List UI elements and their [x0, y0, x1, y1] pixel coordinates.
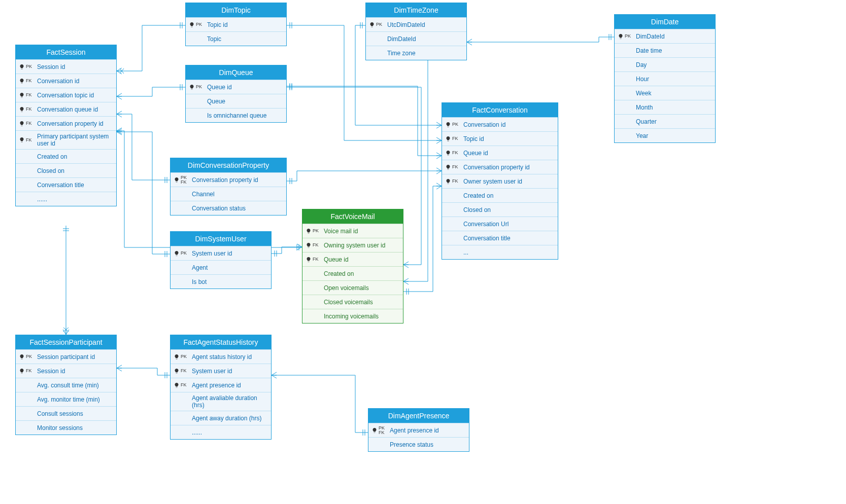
field-row: FKConversation property id — [442, 160, 558, 174]
connector-end-one — [363, 429, 365, 436]
connector-end-crowX — [63, 328, 69, 335]
field-row: Agent avaliable duration (hrs) — [171, 392, 271, 411]
key-icon — [19, 78, 25, 84]
connector — [467, 37, 614, 42]
svg-line-78 — [297, 244, 302, 247]
entity-header: DimQueue — [186, 65, 286, 80]
field-row: Conversation Url — [442, 217, 558, 231]
field-row: Topic — [186, 31, 286, 46]
key-col: FK — [303, 242, 321, 248]
field-row: PKQueue id — [186, 80, 286, 94]
key-type-label: FK — [26, 138, 32, 142]
key-col: PK — [172, 250, 189, 257]
field-name: Conversation property id — [189, 176, 283, 184]
entity-header: DimDate — [615, 15, 715, 29]
svg-line-7 — [120, 68, 124, 74]
field-name: Conversation id — [460, 121, 555, 128]
svg-line-48 — [436, 137, 442, 140]
key-icon — [369, 22, 375, 28]
field-row: Created on — [16, 149, 116, 163]
key-col: FK — [172, 368, 189, 374]
key-type-label: PK — [376, 22, 382, 27]
entity-dimSysUser: DimSystemUserPKSystem user idAgentIs bot — [170, 231, 272, 289]
entity-dimTopic: DimTopicPKTopic idTopic — [185, 3, 287, 46]
field-name: Date time — [633, 47, 712, 54]
svg-line-44 — [63, 330, 66, 335]
field-name: Consult sessions — [34, 410, 113, 417]
key-type-label: PK — [196, 22, 202, 27]
field-row: Closed voicemails — [302, 295, 403, 309]
key-col: FK — [443, 150, 460, 156]
key-col: PK — [187, 22, 204, 28]
entity-dimQueue: DimQueuePKQueue idQueueIs omnichannel qu… — [185, 65, 287, 123]
field-row: FKOwning system user id — [302, 238, 403, 252]
field-name: Topic — [204, 35, 283, 43]
svg-line-54 — [436, 156, 442, 159]
svg-line-68 — [436, 122, 442, 125]
svg-line-5 — [117, 68, 122, 71]
connector — [117, 87, 185, 96]
key-icon — [445, 122, 451, 128]
entity-factSession: FactSessionPKSession idFKConversation id… — [15, 45, 117, 206]
connector — [287, 171, 442, 181]
connector — [272, 247, 302, 254]
field-row: Is omnichannel queue — [186, 108, 286, 122]
field-row: PKVoice mail id — [302, 224, 403, 238]
field-row: DimDateId — [366, 31, 466, 46]
field-name: Time zone — [384, 50, 463, 57]
entity-header: FactSession — [16, 45, 116, 59]
key-type-label: FK — [452, 151, 458, 155]
field-row: PKSession participant id — [16, 349, 116, 364]
field-name: Session id — [34, 63, 113, 70]
key-icon — [19, 137, 25, 143]
key-type-label: FK — [26, 93, 32, 97]
key-icon — [371, 427, 378, 434]
connector-end-one — [609, 34, 611, 40]
field-name: Avg. monitor time (min) — [34, 396, 113, 403]
key-col: FK — [172, 382, 189, 388]
field-name: Conversation Url — [460, 221, 555, 228]
key-type-label: PK — [181, 251, 187, 256]
key-icon — [19, 121, 25, 127]
field-name: ...... — [34, 196, 113, 203]
connector-end-crow — [117, 128, 122, 134]
svg-line-17 — [117, 111, 122, 114]
field-name: Queue id — [321, 256, 400, 263]
field-name: Channel — [189, 191, 283, 198]
field-row: FKConversation queue id — [16, 102, 116, 116]
field-row: FKSystem user id — [171, 364, 271, 378]
entity-header: FactSessionParticipant — [16, 335, 116, 349]
field-row: Created on — [302, 266, 403, 280]
field-row: Avg. consult time (min) — [16, 378, 116, 392]
field-name: Week — [633, 90, 712, 97]
entity-dimDate: DimDatePKDimDateIdDate timeDayHourWeekMo… — [614, 14, 716, 143]
field-name: Day — [633, 61, 712, 68]
connector — [272, 375, 368, 433]
connector-end-crow — [117, 111, 122, 117]
field-row: Queue — [186, 94, 286, 108]
field-name: Session id — [34, 368, 113, 375]
field-name: Voice mail id — [321, 228, 400, 235]
svg-line-37 — [272, 372, 277, 375]
key-col: FK — [17, 78, 34, 84]
key-icon — [189, 22, 195, 28]
entity-dimAgentPres: DimAgentPresencePKFKAgent presence idPre… — [368, 408, 469, 452]
key-col: PK — [303, 228, 321, 234]
key-type-label: FK — [452, 165, 458, 169]
field-row: Presence status — [368, 437, 469, 451]
key-col: PK — [616, 33, 633, 40]
field-row: Day — [615, 57, 715, 71]
field-name: System user id — [189, 250, 268, 257]
entity-header: FactConversation — [442, 103, 558, 117]
field-name: Owner system user id — [460, 178, 555, 185]
key-icon — [19, 106, 25, 113]
field-name: Quarter — [633, 118, 712, 125]
key-col: PK — [367, 22, 384, 28]
field-name: Conversation id — [34, 78, 113, 85]
key-icon — [174, 177, 180, 183]
connector — [117, 368, 170, 375]
key-col: PK — [17, 354, 34, 360]
svg-line-58 — [436, 168, 442, 171]
field-row: PKUtcDimDateId — [366, 17, 466, 31]
entity-header: DimTimeZone — [366, 3, 466, 17]
